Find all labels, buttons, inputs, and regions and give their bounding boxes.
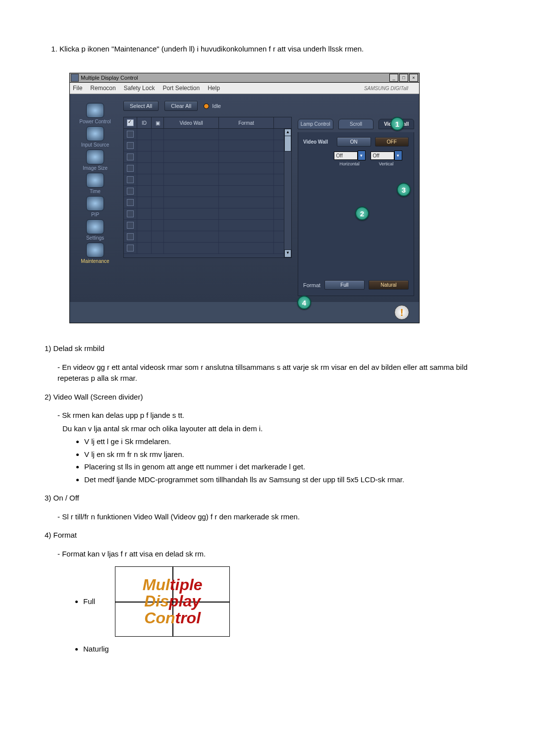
table-row[interactable] (124, 197, 291, 208)
scroll-thumb[interactable] (284, 136, 291, 151)
format-label: Format (303, 282, 321, 288)
table-row[interactable] (124, 151, 291, 163)
right-panel: 1 Lamp Control Scroll Video Wall Video W… (295, 94, 419, 302)
status-dot-icon (204, 103, 209, 109)
menu-file[interactable]: File (73, 85, 82, 92)
video-wall-off-button[interactable]: OFF (375, 137, 409, 147)
checkbox-icon[interactable] (127, 119, 134, 126)
idle-indicator: Idle (204, 103, 221, 109)
menu-bar: File Remocon Safety Lock Port Selection … (70, 83, 419, 94)
table-row[interactable] (124, 220, 291, 231)
grid-body: ▲ ▼ (124, 129, 291, 257)
table-row[interactable] (124, 231, 291, 243)
desc-2-bullets: V lj ett l ge i Sk rmdelaren. V lj en sk… (75, 436, 490, 485)
window-title: Multiple Display Control (81, 75, 388, 81)
brand-label: SAMSUNG DIGITall (364, 86, 408, 91)
col-id[interactable]: ID (137, 117, 152, 128)
table-row[interactable] (124, 163, 291, 174)
callout-2: 2 (355, 206, 369, 220)
warning-icon: ! (394, 305, 409, 320)
table-row[interactable] (124, 129, 291, 140)
desc-2-heading: 2) Video Wall (Screen divider) (45, 392, 490, 403)
menu-safety-lock[interactable]: Safety Lock (124, 85, 155, 92)
sidebar-item-label: Maintenance (72, 258, 118, 264)
video-wall-label: Video Wall (303, 139, 333, 145)
sidebar-item-label: Time (72, 189, 118, 194)
vertical-select[interactable]: Off ▾ (371, 151, 402, 160)
desc-1-text: - En videov gg r ett antal videosk rmar … (57, 362, 490, 384)
status-bar: ! (70, 302, 419, 323)
tab-lamp-control[interactable]: Lamp Control (298, 119, 333, 129)
menu-help[interactable]: Help (208, 85, 220, 92)
clear-all-button[interactable]: Clear All (164, 101, 198, 111)
scrollbar[interactable]: ▲ ▼ (284, 129, 291, 257)
tab-panel-video-wall: Video Wall ON OFF 3 Off ▾ (298, 132, 414, 296)
callout-3: 3 (397, 183, 411, 197)
sidebar-item-label: Input Source (72, 142, 118, 148)
menu-remocon[interactable]: Remocon (90, 85, 115, 92)
scroll-down-icon[interactable]: ▼ (284, 250, 291, 257)
bullet: Det medf ljande MDC-programmet som tillh… (84, 474, 490, 486)
menu-port-selection[interactable]: Port Selection (162, 85, 200, 92)
sidebar-item-pip[interactable]: PIP (72, 196, 118, 217)
format-full-button[interactable]: Full (324, 280, 365, 290)
sidebar-item-image[interactable]: Image Size (72, 150, 118, 171)
table-row[interactable] (124, 186, 291, 197)
app-window-figure: Multiple Display Control _ □ × File Remo… (69, 73, 490, 323)
sidebar-item-label: Image Size (72, 165, 118, 171)
bullet: V lj ett l ge i Sk rmdelaren. (84, 436, 490, 448)
intro-item-1: Klicka p ikonen "Maintenance" (underh ll… (59, 45, 490, 53)
format-full-figure: Full MultipleDisplayControl (74, 566, 490, 637)
sidebar-item-label: Settings (72, 235, 118, 241)
table-row[interactable] (124, 174, 291, 186)
sidebar-item-maintenance[interactable]: Maintenance (72, 243, 118, 264)
desc-4-heading: 4) Format (45, 530, 490, 541)
col-check[interactable] (124, 117, 137, 128)
format-natural-button[interactable]: Natural (369, 280, 409, 290)
desc-4-text: - Format kan v ljas f r att visa en dela… (57, 549, 490, 560)
close-button[interactable]: × (409, 74, 418, 82)
col-info[interactable]: ▣ (152, 117, 164, 128)
callout-1: 1 (390, 117, 404, 131)
sidebar-item-input[interactable]: Input Source (72, 126, 118, 148)
display-grid: ID ▣ Video Wall Format ▲ ▼ (123, 117, 292, 258)
callout-4: 4 (297, 296, 311, 309)
desc-3-text: - Sl r till/fr n funktionen Video Wall (… (57, 511, 490, 523)
info-icon: ▣ (156, 120, 160, 126)
titlebar: Multiple Display Control _ □ × (70, 73, 419, 83)
col-format[interactable]: Format (219, 117, 274, 128)
vertical-label: Vertical (371, 161, 402, 166)
description-text: 1) Delad sk rmbild - En videov gg r ett … (45, 343, 490, 655)
horizontal-select[interactable]: Off ▾ (334, 151, 366, 160)
table-row[interactable] (124, 208, 291, 220)
horizontal-label: Horizontal (334, 161, 366, 166)
table-row[interactable] (124, 243, 291, 254)
maximize-button[interactable]: □ (399, 74, 408, 82)
mdc-sample-text: MultipleDisplayControl (143, 577, 203, 627)
chevron-down-icon[interactable]: ▾ (358, 151, 366, 160)
video-wall-on-button[interactable]: ON (337, 137, 371, 147)
sidebar-item-time[interactable]: Time (72, 173, 118, 194)
table-row[interactable] (124, 140, 291, 151)
format-full-label: Full (83, 596, 95, 607)
app-icon (71, 74, 79, 82)
app-window: Multiple Display Control _ □ × File Remo… (69, 73, 420, 323)
intro-list: Klicka p ikonen "Maintenance" (underh ll… (45, 45, 490, 53)
sidebar-item-label: PIP (72, 212, 118, 217)
sidebar: Power Control Input Source Image Size Ti… (70, 94, 120, 302)
split-diagram: MultipleDisplayControl (115, 566, 230, 637)
desc-1-heading: 1) Delad sk rmbild (45, 343, 490, 354)
desc-3-heading: 3) On / Off (45, 493, 490, 504)
col-video-wall[interactable]: Video Wall (164, 117, 219, 128)
sidebar-item-power[interactable]: Power Control (72, 103, 118, 124)
desc-2-line2: Du kan v lja antal sk rmar och olika lay… (62, 423, 490, 435)
minimize-button[interactable]: _ (389, 74, 398, 82)
chevron-down-icon[interactable]: ▾ (394, 151, 402, 160)
bullet: Placering st lls in genom att ange ett n… (84, 461, 490, 473)
format-natural-label: Naturlig (83, 644, 490, 655)
tab-scroll[interactable]: Scroll (338, 119, 374, 129)
sidebar-item-label: Power Control (72, 119, 118, 124)
desc-2-line1: - Sk rmen kan delas upp p f ljande s tt. (57, 410, 490, 421)
select-all-button[interactable]: Select All (123, 101, 159, 111)
sidebar-item-settings[interactable]: Settings (72, 219, 118, 241)
